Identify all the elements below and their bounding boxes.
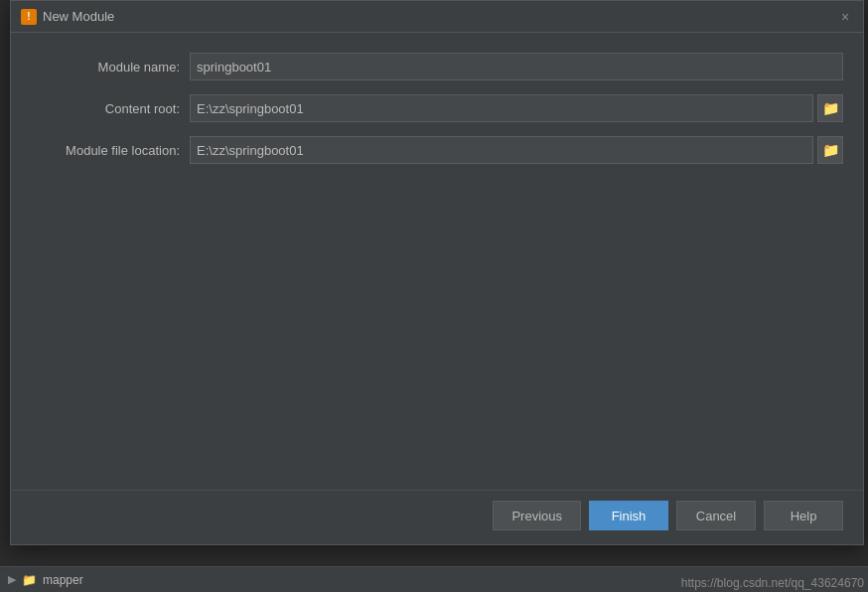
content-root-row: Content root: 📁 (31, 94, 843, 122)
dialog-body: Module name: Content root: 📁 Module file… (11, 33, 863, 490)
bottom-folder-arrow: ▶ (8, 573, 16, 586)
new-module-dialog: ! New Module × Module name: Content root… (10, 0, 864, 545)
module-file-input-wrapper: 📁 (190, 136, 843, 164)
dialog-title: New Module (43, 9, 114, 24)
previous-button[interactable]: Previous (493, 501, 581, 530)
module-file-row: Module file location: 📁 (31, 136, 843, 164)
module-file-input[interactable] (190, 136, 813, 164)
module-name-row: Module name: (31, 53, 843, 80)
url-watermark: https://blog.csdn.net/qq_43624670 (677, 576, 868, 590)
module-name-input-wrapper (190, 53, 843, 80)
module-name-input[interactable] (190, 53, 843, 80)
folder-browse-icon: 📁 (822, 100, 839, 116)
module-file-browse-button[interactable]: 📁 (817, 136, 843, 164)
content-root-input-wrapper: 📁 (190, 94, 843, 122)
cancel-button[interactable]: Cancel (676, 501, 756, 530)
module-name-label: Module name: (31, 60, 190, 74)
module-file-browse-icon: 📁 (822, 142, 839, 158)
dialog-title-bar: ! New Module × (11, 1, 863, 33)
help-button[interactable]: Help (764, 501, 843, 530)
bottom-folder-icon: 📁 (22, 573, 37, 587)
title-bar-left: ! New Module (21, 9, 114, 25)
close-button[interactable]: × (837, 9, 853, 25)
dialog-icon: ! (21, 9, 37, 25)
finish-button[interactable]: Finish (589, 501, 668, 530)
dialog-footer: Previous Finish Cancel Help (11, 490, 863, 544)
content-root-browse-button[interactable]: 📁 (817, 94, 843, 122)
bottom-folder-label: mapper (43, 573, 83, 587)
content-root-label: Content root: (31, 101, 190, 116)
module-file-label: Module file location: (31, 143, 190, 158)
content-root-input[interactable] (190, 94, 813, 122)
